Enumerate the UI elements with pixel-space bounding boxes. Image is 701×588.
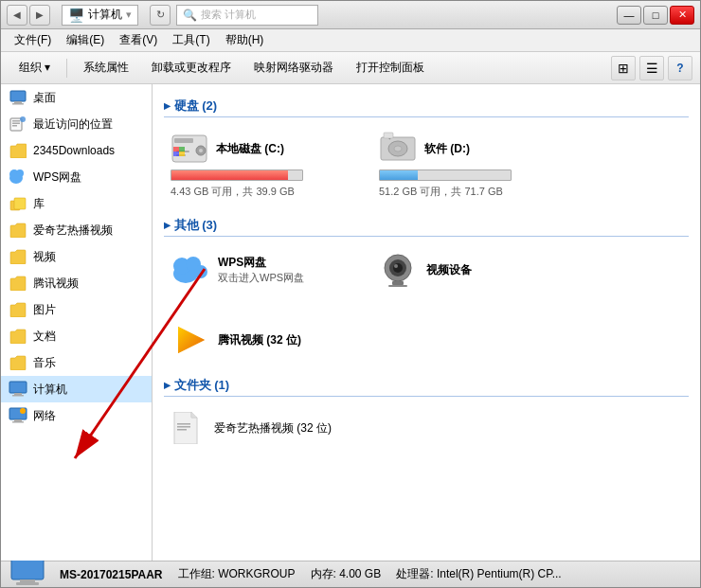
svg-rect-6 (12, 125, 17, 127)
map-drive-button[interactable]: 映射网络驱动器 (243, 55, 344, 81)
drive-d[interactable]: 软件 (D:) 51.2 GB 可用，共 71.7 GB (372, 125, 562, 205)
minimize-button[interactable]: — (617, 6, 641, 25)
others-section-header: 其他 (3) (164, 217, 689, 237)
tencent-item[interactable]: 腾讯视频 (32 位) (164, 314, 353, 365)
tencent-folder-icon (9, 274, 27, 293)
sidebar-item-documents[interactable]: 文档 (1, 323, 152, 349)
details-view-button[interactable]: ☰ (639, 56, 664, 80)
menu-file[interactable]: 文件(F) (7, 29, 59, 51)
documents-folder-icon (9, 327, 27, 346)
hdd-c-icon (171, 132, 208, 166)
sidebar-item-tencent[interactable]: 腾讯视频 (1, 270, 152, 296)
drive-c-name: 本地磁盘 (C:) (216, 141, 284, 157)
uninstall-button[interactable]: 卸载或更改程序 (141, 55, 242, 81)
sidebar-label-music: 音乐 (33, 355, 56, 371)
svg-point-32 (394, 146, 402, 151)
toolbar: 组织 ▾ 系统属性 卸载或更改程序 映射网络驱动器 打开控制面板 ⊞ ☰ ? (1, 52, 700, 84)
menu-view[interactable]: 查看(V) (112, 29, 165, 51)
sidebar-item-wps[interactable]: WPS网盘 (1, 164, 152, 190)
back-button[interactable]: ◀ (7, 5, 27, 26)
sidebar-item-iqiyi[interactable]: 爱奇艺热播视频 (1, 217, 152, 243)
sidebar-item-computer[interactable]: 计算机 (1, 376, 152, 402)
sidebar-item-music[interactable]: 音乐 (1, 349, 152, 376)
hard-drives-section-header: 硬盘 (2) (164, 98, 689, 117)
drive-c-progress-fill (171, 170, 288, 180)
webcam-icon-el (379, 251, 417, 289)
svg-rect-52 (11, 559, 44, 579)
refresh-button[interactable]: ↻ (150, 5, 171, 26)
wps-sidebar-icon (9, 168, 27, 187)
search-bar[interactable]: 🔍 搜索 计算机 (176, 5, 318, 26)
view-toggle-button[interactable]: ⊞ (611, 56, 636, 80)
sidebar-item-desktop[interactable]: 桌面 (1, 84, 152, 111)
toolbar-separator-1 (66, 59, 67, 78)
folder-iqiyi-item[interactable]: 爱奇艺热播视频 (32 位) (164, 404, 353, 452)
wps-cloud-item[interactable]: WPS网盘 双击进入WPS网盘 (164, 244, 353, 295)
drive-d-progress-fill (380, 170, 418, 180)
maximize-button[interactable]: □ (643, 6, 668, 25)
close-button[interactable]: ✕ (670, 6, 694, 25)
folders-section-header: 文件夹 (1) (164, 377, 689, 397)
address-bar[interactable]: 🖥️ 计算机 ▾ (62, 5, 138, 26)
tencent-icon-el (171, 321, 208, 359)
svg-point-7 (20, 116, 26, 122)
menu-bar: 文件(F) 编辑(E) 查看(V) 工具(T) 帮助(H) (1, 29, 700, 52)
svg-rect-44 (388, 285, 407, 287)
sidebar: 桌面 最近访问的位置 (1, 84, 153, 561)
folders-grid: 爱奇艺热播视频 (32 位) (164, 404, 689, 452)
svg-rect-13 (9, 382, 27, 393)
svg-rect-54 (16, 582, 39, 585)
folder-iqiyi-icon (171, 411, 205, 445)
sidebar-item-downloads[interactable]: 2345Downloads (1, 137, 152, 164)
svg-point-19 (20, 408, 26, 414)
svg-rect-14 (14, 393, 22, 395)
tencent-label: 腾讯视频 (32 位) (218, 332, 301, 348)
others-grid: WPS网盘 双击进入WPS网盘 (164, 244, 689, 365)
organize-button[interactable]: 组织 ▾ (9, 55, 61, 81)
menu-tools[interactable]: 工具(T) (165, 29, 217, 51)
sidebar-item-pictures[interactable]: 图片 (1, 296, 152, 323)
videos-folder-icon (9, 247, 27, 266)
status-workgroup: 工作组: WORKGROUP (178, 566, 296, 582)
pictures-folder-icon (9, 300, 27, 319)
control-panel-button[interactable]: 打开控制面板 (346, 55, 435, 81)
webcam-item[interactable]: 视频设备 (372, 244, 562, 295)
svg-rect-0 (10, 91, 26, 101)
svg-point-38 (194, 265, 207, 278)
status-computer-name: MS-20170215PAAR (60, 568, 163, 581)
computer-icon (9, 380, 27, 399)
system-props-button[interactable]: 系统属性 (73, 55, 139, 81)
sidebar-item-library[interactable]: 库 (1, 190, 152, 217)
svg-rect-34 (384, 133, 393, 138)
search-placeholder: 搜索 计算机 (201, 8, 256, 22)
help-button[interactable]: ? (668, 56, 692, 80)
sidebar-label-recent: 最近访问的位置 (33, 116, 113, 133)
sidebar-item-videos[interactable]: 视频 (1, 243, 152, 270)
status-computer-icon (10, 558, 45, 588)
menu-edit[interactable]: 编辑(E) (59, 29, 112, 51)
sidebar-scroll[interactable]: 桌面 最近访问的位置 (1, 84, 152, 561)
wps-cloud-icon (171, 251, 208, 289)
sidebar-item-recent[interactable]: 最近访问的位置 (1, 111, 152, 137)
title-bar-left: ◀ ▶ 🖥️ 计算机 ▾ ↻ 🔍 搜索 计算机 (7, 5, 318, 26)
search-icon: 🔍 (183, 9, 197, 22)
status-info: MS-20170215PAAR 工作组: WORKGROUP 内存: 4.00 … (60, 566, 562, 582)
network-icon (9, 406, 27, 425)
forward-button[interactable]: ▶ (29, 5, 50, 26)
sidebar-label-downloads: 2345Downloads (33, 144, 115, 157)
music-folder-icon (9, 353, 27, 372)
svg-rect-2 (12, 103, 24, 105)
drive-c-top: 本地磁盘 (C:) (171, 132, 284, 166)
svg-rect-49 (177, 429, 187, 431)
sidebar-item-network[interactable]: 网络 (1, 402, 152, 429)
drive-c[interactable]: 本地磁盘 (C:) 4.43 GB 可用，共 39.9 GB (164, 125, 353, 205)
sidebar-label-computer: 计算机 (33, 382, 67, 398)
sidebar-label-iqiyi: 爱奇艺热播视频 (33, 223, 113, 239)
address-icon: 🖥️ (68, 8, 84, 23)
drive-c-label: 本地磁盘 (C:) (216, 141, 284, 157)
window-controls: — □ ✕ (617, 6, 694, 25)
sidebar-label-library: 库 (33, 196, 45, 212)
drive-d-label: 软件 (D:) (424, 141, 470, 157)
menu-help[interactable]: 帮助(H) (218, 29, 272, 51)
sidebar-label-pictures: 图片 (33, 302, 56, 318)
